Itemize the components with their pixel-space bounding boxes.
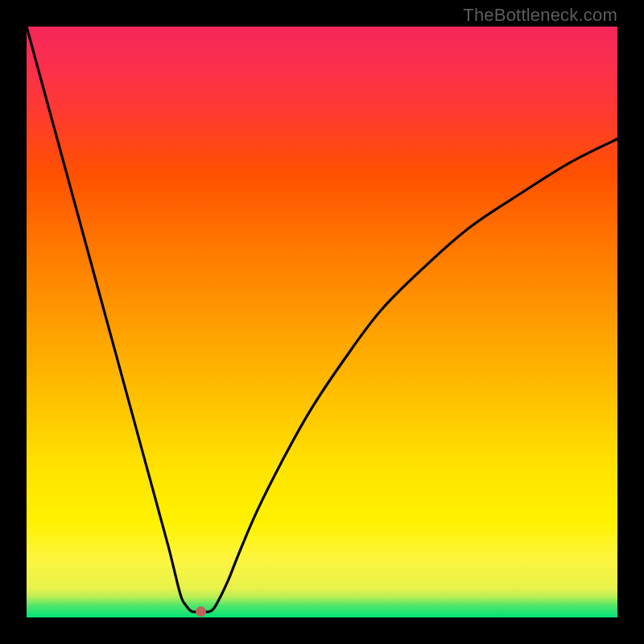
optimal-point-marker: [196, 607, 206, 617]
plot-area: [27, 27, 617, 617]
curve-svg: [27, 27, 617, 617]
bottleneck-curve: [27, 27, 617, 612]
chart-frame: TheBottleneck.com: [0, 0, 644, 644]
attribution-text: TheBottleneck.com: [463, 5, 617, 26]
